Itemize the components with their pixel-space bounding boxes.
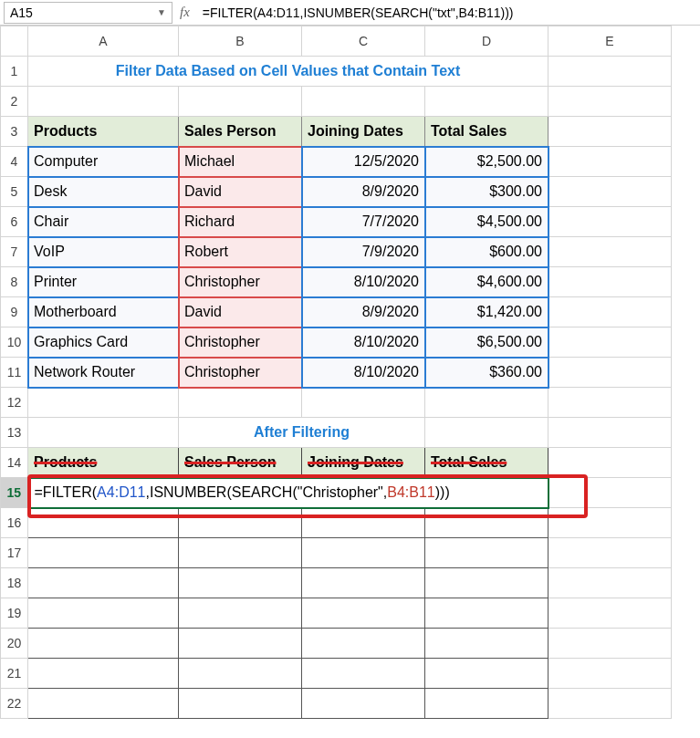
row-header[interactable]: 3 [1,117,28,147]
cell[interactable] [549,297,672,327]
row-header[interactable]: 19 [1,598,28,629]
header-products[interactable]: Products [28,117,179,147]
cell[interactable] [302,538,425,568]
cell[interactable] [549,418,672,448]
cell-sales[interactable]: $300.00 [425,177,549,207]
cell-person[interactable]: David [179,297,302,327]
cell-date[interactable]: 8/9/2020 [302,297,425,327]
cell[interactable] [549,267,672,297]
cell[interactable] [549,207,672,237]
cell[interactable] [549,538,672,568]
col-header-a[interactable]: A [28,26,179,57]
row-header[interactable]: 9 [1,297,28,327]
row-header[interactable]: 6 [1,207,28,237]
cell[interactable] [179,629,302,659]
chevron-down-icon[interactable]: ▼ [157,7,166,17]
cell[interactable] [549,598,672,629]
row-header[interactable]: 17 [1,538,28,568]
cell[interactable] [302,629,425,659]
cell-sales[interactable]: $4,600.00 [425,267,549,297]
cell[interactable] [28,388,179,418]
col-header-c[interactable]: C [302,26,425,57]
formula-input[interactable] [197,2,700,24]
cell[interactable] [179,538,302,568]
after-filtering-title[interactable]: After Filtering [179,418,425,448]
row-header[interactable]: 18 [1,568,28,598]
cell[interactable] [549,147,672,177]
cell[interactable] [28,629,179,659]
page-title[interactable]: Filter Data Based on Cell Values that Co… [28,57,549,87]
cell[interactable] [28,418,179,448]
cell[interactable] [549,87,672,117]
row-header[interactable]: 21 [1,659,28,689]
cell-person[interactable]: Christopher [179,358,302,388]
cell[interactable] [179,87,302,117]
spreadsheet-grid[interactable]: A B C D E 1 Filter Data Based on Cell Va… [0,26,672,719]
cell-date[interactable]: 8/10/2020 [302,358,425,388]
cell-product[interactable]: Computer [28,147,179,177]
cell[interactable] [302,568,425,598]
header2-person[interactable]: Sales Person [179,448,302,478]
row-header[interactable]: 10 [1,327,28,358]
cell[interactable] [425,418,549,448]
cell[interactable] [549,508,672,538]
cell[interactable] [425,538,549,568]
cell-product[interactable]: Network Router [28,358,179,388]
row-header[interactable]: 11 [1,358,28,388]
cell[interactable] [549,478,672,508]
header-dates[interactable]: Joining Dates [302,117,425,147]
fx-icon[interactable]: fx [180,5,190,20]
cell[interactable] [302,689,425,719]
cell[interactable] [28,508,179,538]
cell[interactable] [302,388,425,418]
row-header[interactable]: 5 [1,177,28,207]
cell[interactable] [549,448,672,478]
cell-sales[interactable]: $360.00 [425,358,549,388]
cell[interactable] [302,598,425,629]
cell-date[interactable]: 8/10/2020 [302,267,425,297]
row-header-active[interactable]: 15 [1,478,28,508]
cell-sales[interactable]: $2,500.00 [425,147,549,177]
cell-person[interactable]: Richard [179,207,302,237]
cell[interactable] [549,358,672,388]
cell[interactable] [425,87,549,117]
cell[interactable] [549,659,672,689]
row-header[interactable]: 16 [1,508,28,538]
cell[interactable] [425,508,549,538]
cell-date[interactable]: 8/10/2020 [302,327,425,358]
cell[interactable] [179,508,302,538]
cell[interactable] [549,568,672,598]
cell[interactable] [28,689,179,719]
row-header[interactable]: 22 [1,689,28,719]
row-header[interactable]: 2 [1,87,28,117]
cell-date[interactable]: 7/7/2020 [302,207,425,237]
cell[interactable] [425,568,549,598]
cell[interactable] [179,659,302,689]
cell[interactable] [549,689,672,719]
row-header[interactable]: 8 [1,267,28,297]
row-header[interactable]: 13 [1,418,28,448]
cell[interactable] [28,87,179,117]
cell[interactable] [28,659,179,689]
formula-cell-a15[interactable]: =FILTER(A4:D11,ISNUMBER(SEARCH("Christop… [28,478,549,508]
cell-date[interactable]: 8/9/2020 [302,177,425,207]
cell-sales[interactable]: $1,420.00 [425,297,549,327]
cell[interactable] [549,327,672,358]
cell[interactable] [549,57,672,87]
cell[interactable] [425,598,549,629]
row-header[interactable]: 7 [1,237,28,267]
cell[interactable] [425,388,549,418]
cell[interactable] [549,237,672,267]
cell[interactable] [549,177,672,207]
cell[interactable] [425,689,549,719]
header2-products[interactable]: Products [28,448,179,478]
cell-product[interactable]: Printer [28,267,179,297]
row-header[interactable]: 1 [1,57,28,87]
cell[interactable] [425,659,549,689]
row-header[interactable]: 4 [1,147,28,177]
cell[interactable] [179,598,302,629]
cell-product[interactable]: Desk [28,177,179,207]
col-header-e[interactable]: E [549,26,672,57]
row-header[interactable]: 20 [1,629,28,659]
header-person[interactable]: Sales Person [179,117,302,147]
